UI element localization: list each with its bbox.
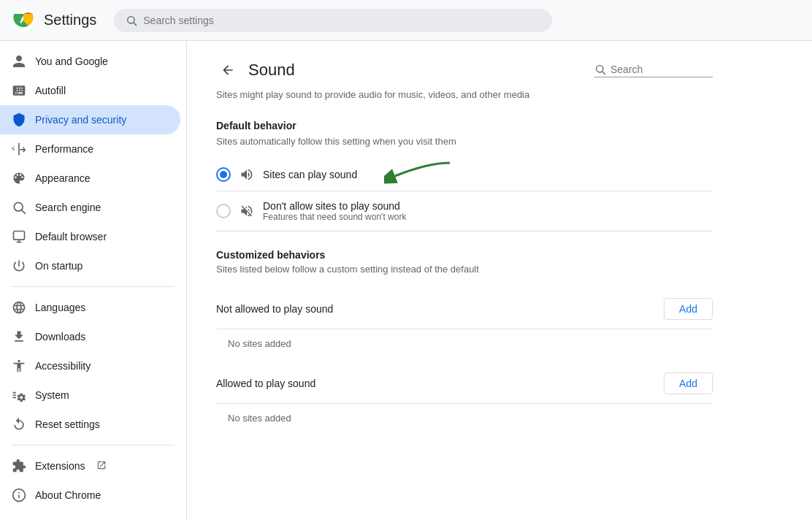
chrome-logo <box>12 9 35 32</box>
sidebar-item-label: System <box>35 389 69 401</box>
sidebar-item-label: Languages <box>35 302 85 313</box>
radio-circle-disallow <box>216 204 231 218</box>
sidebar-item-downloads[interactable]: Downloads <box>0 322 180 351</box>
default-behavior-title: Default behavior <box>216 120 713 131</box>
radio-label-disallow-sound: Don't allow sites to play sound <box>263 200 406 212</box>
sidebar-item-on-startup[interactable]: On startup <box>0 251 180 280</box>
radio-label-allow-sound: Sites can play sound <box>263 169 357 180</box>
radio-option-disallow-content: Don't allow sites to play sound Features… <box>263 200 406 222</box>
sidebar-item-label: You and Google <box>35 56 108 67</box>
sidebar-item-label: Reset settings <box>35 418 100 430</box>
downloads-icon <box>12 329 26 344</box>
svg-line-12 <box>602 72 605 74</box>
sidebar-item-privacy-and-security[interactable]: Privacy and security <box>0 105 180 134</box>
sidebar-item-label: Downloads <box>35 331 85 343</box>
sidebar-item-appearance[interactable]: Appearance <box>0 164 180 193</box>
sidebar-item-languages[interactable]: Languages <box>0 293 180 322</box>
radio-circle-allow <box>216 167 231 182</box>
sidebar-item-label: Default browser <box>35 231 107 242</box>
sidebar-item-search-engine[interactable]: Search engine <box>0 193 180 222</box>
sidebar-item-about-chrome[interactable]: About Chrome <box>0 481 180 510</box>
performance-icon <box>12 142 26 156</box>
customized-behaviors-desc: Sites listed below follow a custom setti… <box>216 264 713 275</box>
content-search-input[interactable] <box>610 64 713 75</box>
sidebar-item-label: About Chrome <box>35 489 101 501</box>
sidebar-item-system[interactable]: System <box>0 381 180 410</box>
topbar: Settings <box>0 0 812 41</box>
radio-option-allow-sound[interactable]: Sites can play sound <box>216 158 713 191</box>
sidebar-divider <box>12 286 175 287</box>
content-header-left: Sound <box>216 58 295 82</box>
back-arrow-icon <box>221 63 235 77</box>
accessibility-icon <box>12 359 26 373</box>
sidebar-item-label: Extensions <box>35 460 85 472</box>
search-icon <box>126 15 137 26</box>
sidebar-item-accessibility[interactable]: Accessibility <box>0 351 180 381</box>
external-link-icon <box>96 460 107 473</box>
main-layout: You and Google Autofill Privacy and secu… <box>0 41 812 520</box>
customized-behaviors-title: Customized behaviors <box>216 249 713 261</box>
sidebar-item-label: Appearance <box>35 172 91 184</box>
autofill-icon <box>12 83 26 98</box>
sound-off-icon <box>240 204 254 218</box>
sidebar-item-you-and-google[interactable]: You and Google <box>0 47 180 76</box>
page-title: Sound <box>248 61 295 80</box>
content-search-icon <box>594 64 606 75</box>
radio-sublabel-disallow-sound: Features that need sound won't work <box>263 212 406 222</box>
not-allowed-row: Not allowed to play sound Add <box>216 289 713 329</box>
sidebar-item-extensions[interactable]: Extensions <box>0 451 180 481</box>
content-area: Sound Sites might play sound to provide … <box>187 41 812 520</box>
search-engine-icon <box>12 200 26 215</box>
sidebar-item-label: Privacy and security <box>35 114 126 126</box>
allowed-row: Allowed to play sound Add <box>216 364 713 404</box>
shield-icon <box>12 112 26 127</box>
no-sites-allowed: No sites added <box>216 404 713 427</box>
sidebar-item-label: On startup <box>35 260 83 272</box>
no-sites-not-allowed: No sites added <box>216 329 713 352</box>
not-allowed-label: Not allowed to play sound <box>216 303 333 315</box>
default-browser-icon <box>12 229 26 244</box>
page-description: Sites might play sound to provide audio … <box>216 88 713 102</box>
content-search-bar[interactable] <box>594 64 713 77</box>
search-bar[interactable] <box>114 9 552 32</box>
appearance-icon <box>12 171 26 186</box>
svg-rect-7 <box>14 232 25 240</box>
about-icon <box>12 488 26 502</box>
sidebar-item-reset-settings[interactable]: Reset settings <box>0 410 180 439</box>
app-title: Settings <box>44 12 96 28</box>
sidebar-item-autofill[interactable]: Autofill <box>0 76 180 105</box>
sound-on-icon <box>240 167 254 182</box>
languages-icon <box>12 300 26 315</box>
system-icon <box>12 388 26 402</box>
extensions-icon <box>12 459 26 473</box>
svg-line-6 <box>22 210 26 214</box>
on-startup-icon <box>12 259 26 273</box>
sidebar-item-label: Performance <box>35 143 93 155</box>
customized-behaviors-section: Customized behaviors Sites listed below … <box>216 249 713 427</box>
sidebar-item-label: Accessibility <box>35 360 91 372</box>
radio-option-disallow-sound[interactable]: Don't allow sites to play sound Features… <box>216 191 713 232</box>
sidebar-item-label: Search engine <box>35 202 101 213</box>
sidebar-item-label: Autofill <box>35 85 66 96</box>
reset-icon <box>12 417 26 432</box>
sidebar-divider-2 <box>12 445 175 446</box>
sidebar-item-default-browser[interactable]: Default browser <box>0 222 180 251</box>
default-behavior-desc: Sites automatically follow this setting … <box>216 136 713 147</box>
add-allowed-button[interactable]: Add <box>664 372 713 394</box>
sidebar: You and Google Autofill Privacy and secu… <box>0 41 187 520</box>
sidebar-item-performance[interactable]: Performance <box>0 134 180 164</box>
search-input[interactable] <box>143 15 540 26</box>
svg-line-4 <box>134 23 137 26</box>
back-button[interactable] <box>216 58 240 82</box>
allowed-label: Allowed to play sound <box>216 378 315 389</box>
person-icon <box>12 54 26 69</box>
add-not-allowed-button[interactable]: Add <box>664 298 713 320</box>
content-header: Sound <box>216 58 713 82</box>
